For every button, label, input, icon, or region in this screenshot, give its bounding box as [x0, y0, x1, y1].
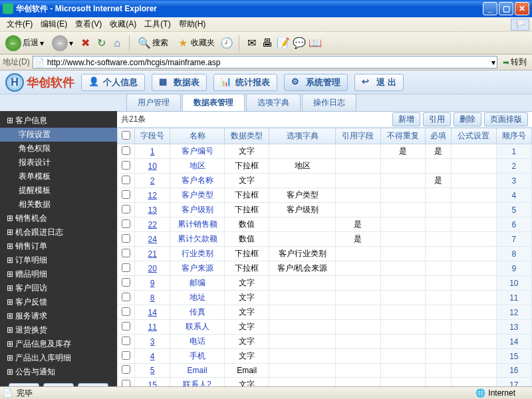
tree-item[interactable]: ⊞ 退货换货 [0, 323, 117, 337]
row-check[interactable] [122, 365, 130, 374]
col-formula[interactable]: 公式设置 [452, 128, 496, 144]
row-check[interactable] [122, 307, 130, 316]
col-fno[interactable]: 字段号 [135, 128, 170, 144]
field-no-link[interactable]: 2 [150, 176, 155, 186]
edit-icon[interactable]: 📝 [277, 37, 290, 50]
back-button[interactable]: ←后退 ▾ [3, 34, 47, 53]
tree-item[interactable]: 表单模板 [0, 170, 117, 184]
row-check[interactable] [122, 263, 130, 272]
tree-item[interactable]: ⊞ 销售订单 [0, 239, 117, 253]
row-check[interactable] [122, 161, 130, 170]
row-check[interactable] [122, 234, 130, 243]
row-check[interactable] [122, 205, 130, 213]
field-no-link[interactable]: 20 [148, 264, 156, 273]
action-add[interactable]: 新增 [392, 112, 420, 126]
action-layout[interactable]: 页面排版 [484, 112, 528, 126]
nav-personal[interactable]: 👤个人信息 [81, 74, 145, 91]
table-row[interactable]: 3电话文字14 [118, 334, 532, 349]
row-check[interactable] [122, 146, 130, 155]
forward-button[interactable]: → ▾ [49, 34, 76, 53]
nav-exit[interactable]: ↩退 出 [354, 74, 404, 91]
row-check[interactable] [122, 249, 130, 257]
field-no-link[interactable]: 3 [150, 337, 155, 346]
field-no-link[interactable]: 15 [148, 380, 156, 387]
tab-users[interactable]: 用户管理 [126, 94, 181, 111]
field-no-link[interactable]: 24 [148, 235, 156, 244]
field-no-link[interactable]: 12 [148, 191, 156, 200]
refresh-icon[interactable]: ↻ [94, 37, 108, 50]
field-no-link[interactable]: 1 [150, 147, 155, 156]
stop-icon[interactable]: ✖ [78, 37, 92, 50]
tree-item[interactable]: 角色权限 [0, 142, 117, 156]
row-check[interactable] [122, 351, 130, 360]
field-no-link[interactable]: 5 [150, 366, 155, 375]
field-no-link[interactable]: 8 [150, 293, 155, 303]
col-ref[interactable]: 引用字段 [336, 128, 380, 144]
tree-item[interactable]: ⊞ 公告与通知 [0, 365, 117, 379]
table-row[interactable]: 8地址文字11 [118, 291, 532, 305]
dropdown-icon[interactable]: ▾ [491, 58, 495, 67]
nav-system[interactable]: ⚙系统管理 [284, 74, 348, 91]
field-no-link[interactable]: 4 [150, 352, 155, 361]
nav-reports[interactable]: 📊统计报表 [213, 74, 277, 91]
tab-options[interactable]: 选项字典 [246, 94, 301, 111]
field-no-link[interactable]: 14 [148, 308, 156, 317]
field-no-link[interactable]: 13 [148, 205, 156, 215]
tree-item[interactable]: ⊞ 客户回访 [0, 281, 117, 295]
maximize-button[interactable]: ▢ [499, 2, 513, 15]
tree-item[interactable]: ⊞ 服务请求 [0, 309, 117, 323]
history-icon[interactable]: 🕗 [220, 37, 233, 50]
search-button[interactable]: 🔍搜索 [135, 35, 171, 51]
table-row[interactable]: 15联系人2文字17 [118, 378, 532, 387]
print-icon[interactable]: 🖶 [261, 37, 274, 50]
menu-edit[interactable]: 编辑(E) [37, 17, 71, 31]
table-row[interactable]: 10地区下拉框地区2 [118, 159, 532, 174]
menu-help[interactable]: 帮助(H) [175, 17, 210, 31]
action-del[interactable]: 删除 [454, 112, 481, 126]
row-check[interactable] [122, 190, 130, 199]
menu-file[interactable]: 文件(F) [3, 17, 37, 31]
tree-item[interactable]: ⊞ 产品出入库明细 [0, 351, 117, 365]
menu-tools[interactable]: 工具(T) [140, 17, 174, 31]
col-norep[interactable]: 不得重复 [380, 128, 425, 144]
table-row[interactable]: 14传真文字12 [118, 305, 532, 320]
tree-item[interactable]: ⊞ 客户反馈 [0, 295, 117, 309]
menu-view[interactable]: 查看(V) [71, 17, 106, 31]
action-ref[interactable]: 引用 [423, 112, 451, 126]
table-row[interactable]: 1客户编号文字是是1 [118, 144, 532, 159]
table-row[interactable]: 24累计欠款额数值是7 [118, 232, 532, 247]
tab-table-mgmt[interactable]: 数据表管理 [182, 94, 245, 111]
address-field[interactable]: 📄 http://www.hc-software.com/hcgis/mainf… [33, 56, 497, 68]
col-dict[interactable]: 选项字典 [269, 128, 336, 144]
table-row[interactable]: 21行业类别下拉框客户行业类别8 [118, 247, 532, 261]
tab-oplog[interactable]: 操作日志 [302, 94, 356, 111]
col-name[interactable]: 名称 [170, 128, 225, 144]
tree-item[interactable]: ⊞ 订单明细 [0, 253, 117, 267]
sidebar-btn-add[interactable]: 新增 [9, 383, 39, 386]
row-check[interactable] [122, 219, 130, 228]
field-no-link[interactable]: 22 [148, 220, 156, 229]
table-row[interactable]: 20客户来源下拉框客户/机会来源9 [118, 261, 532, 276]
table-row[interactable]: 13客户级别下拉框客户级别5 [118, 203, 532, 217]
tree-item[interactable]: 报表设计 [0, 156, 117, 170]
sidebar-btn-del[interactable]: 删除 [43, 383, 74, 386]
tree-item[interactable]: 字段设置 [0, 128, 117, 142]
row-check[interactable] [122, 176, 130, 184]
col-check[interactable] [118, 128, 135, 144]
table-row[interactable]: 11联系人文字13 [118, 320, 532, 334]
table-row[interactable]: 4手机文字15 [118, 349, 532, 364]
tree-item[interactable]: ⊞ 销售机会 [0, 211, 117, 225]
tree-item[interactable]: ⊞ 产品信息及库存 [0, 337, 117, 351]
table-row[interactable]: 22累计销售额数值是6 [118, 217, 532, 232]
tree-item[interactable]: ⊞ 赠品明细 [0, 267, 117, 281]
field-no-link[interactable]: 11 [148, 323, 156, 332]
research-icon[interactable]: 📖 [309, 37, 322, 50]
mail-icon[interactable]: ✉ [245, 37, 258, 50]
table-row[interactable]: 9邮编文字10 [118, 276, 532, 291]
favorites-button[interactable]: ★收藏夹 [174, 35, 217, 51]
field-no-link[interactable]: 9 [150, 279, 155, 288]
table-row[interactable]: 2客户名称文字是3 [118, 174, 532, 188]
go-button[interactable]: ➡转到 [500, 57, 529, 68]
discuss-icon[interactable]: 💬 [293, 37, 306, 50]
home-icon[interactable]: ⌂ [110, 37, 124, 50]
